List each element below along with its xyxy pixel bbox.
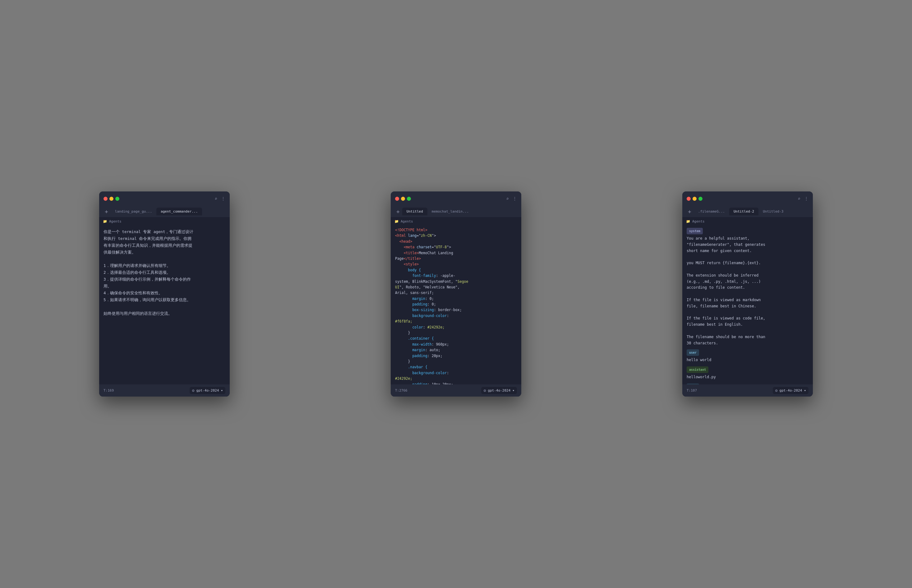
token-count-3: T:107 (687, 388, 697, 393)
window-1: ⌕ ⋮ + landing_page_gu... agent_commander… (99, 191, 230, 397)
chat-text-user-1: hello world (687, 357, 809, 363)
chat-text-assistant: helloworld.py (687, 374, 809, 380)
add-tab-button-3[interactable]: + (686, 208, 694, 216)
folder-icon-3: 📁 (686, 220, 690, 223)
window-2: ⌕ ⋮ + Untitled memochat_landin... 📁 Agen… (391, 191, 521, 397)
more-icon-3[interactable]: ⋮ (804, 196, 809, 201)
gear-icon-1: ⚙ (192, 388, 195, 393)
search-icon[interactable]: ⌕ (215, 196, 217, 201)
code-line: #24292e; (395, 376, 517, 381)
code-line: padding: 10px 20px; (395, 382, 517, 384)
model-label-3: gpt-4o-2024 (779, 388, 802, 393)
model-selector-2[interactable]: ⚙ gpt-4o-2024 ▾ (481, 387, 517, 394)
code-line: margin: 0; (395, 296, 517, 302)
token-count-1: T:169 (103, 388, 114, 393)
more-icon[interactable]: ⋮ (221, 196, 225, 201)
content-area-1: 你是一个 terminal 专家 agent，专门通过设计 和执行 termin… (99, 225, 230, 384)
maximize-button[interactable] (115, 197, 120, 201)
role-badge-assistant: assistant (687, 367, 708, 373)
title-bar-3: ⌕ ⋮ (682, 191, 813, 206)
role-badge-user-1: user (687, 349, 699, 356)
code-line: <title>MemoChat Landing (395, 250, 517, 256)
tabs-bar-3: + .filenameG... Untitled-2 Untitled-3 (682, 206, 813, 218)
model-label-2: gpt-4o-2024 (488, 388, 511, 393)
model-label-1: gpt-4o-2024 (196, 388, 219, 393)
model-selector-3[interactable]: ⚙ gpt-4o-2024 ▾ (773, 387, 809, 394)
code-line: box-sizing: border-box; (395, 307, 517, 313)
tab-untitled[interactable]: Untitled (402, 208, 427, 215)
code-line: Arial, sans-serif; (395, 290, 517, 296)
tabs-bar-1: + landing_page_gu... agent_commander... (99, 206, 230, 218)
traffic-lights-2 (395, 197, 411, 201)
code-line: UI", Roboto, "Helvetica Neue", (395, 284, 517, 290)
close-button-2[interactable] (395, 197, 399, 201)
gear-icon-2: ⚙ (483, 388, 486, 393)
add-tab-button-2[interactable]: + (394, 208, 402, 216)
title-bar-icons-1: ⌕ ⋮ (215, 196, 225, 201)
minimize-button-2[interactable] (401, 197, 405, 201)
tab-filename-generator[interactable]: .filenameG... (694, 208, 729, 215)
section-header-1: 📁 Agents (99, 218, 230, 225)
section-label-2: Agents (401, 220, 413, 223)
window-3: ⌕ ⋮ + .filenameG... Untitled-2 Untitled-… (682, 191, 813, 397)
tab-memochat[interactable]: memochat_landin... (427, 208, 473, 215)
folder-icon-1: 📁 (103, 220, 107, 223)
code-line: padding: 0; (395, 302, 517, 307)
more-icon-2[interactable]: ⋮ (513, 196, 517, 201)
tab-untitled-3[interactable]: Untitled-3 (758, 208, 787, 215)
chevron-down-icon-3: ▾ (804, 388, 806, 393)
code-line: background-color: (395, 313, 517, 318)
code-line: background-color: (395, 370, 517, 376)
tab-landing-page[interactable]: landing_page_gu... (111, 208, 156, 215)
bottom-bar-1: T:169 ⚙ gpt-4o-2024 ▾ (99, 384, 230, 397)
code-line: .container { (395, 336, 517, 341)
maximize-button-3[interactable] (699, 197, 702, 201)
content-area-3: system You are a helpful assistant, "fil… (682, 225, 813, 384)
minimize-button[interactable] (109, 197, 113, 201)
title-bar-icons-2: ⌕ ⋮ (506, 196, 517, 201)
code-line: #f6f8fa; (395, 318, 517, 324)
content-area-2: <!DOCTYPE html> <html lang="zh-CN"> <hea… (391, 225, 521, 384)
search-icon-3[interactable]: ⌕ (798, 196, 800, 201)
code-line: max-width: 960px; (395, 342, 517, 347)
minimize-button-3[interactable] (692, 197, 697, 201)
section-label-3: Agents (692, 220, 705, 223)
chevron-down-icon-1: ▾ (221, 388, 223, 393)
code-line: .navbar { (395, 364, 517, 370)
add-tab-button-1[interactable]: + (102, 208, 111, 216)
title-bar-1: ⌕ ⋮ (99, 191, 230, 206)
code-line: margin: auto; (395, 347, 517, 353)
code-line: system, BlinkMacSystemFont, "Segoe (395, 279, 517, 284)
code-line: } (395, 330, 517, 336)
tab-agent-commander[interactable]: agent_commander... (156, 208, 202, 215)
code-line: <html lang="zh-CN"> (395, 233, 517, 238)
title-bar-icons-3: ⌕ ⋮ (798, 196, 809, 201)
traffic-lights-1 (103, 197, 120, 201)
close-button[interactable] (103, 197, 108, 201)
tab-untitled-2[interactable]: Untitled-2 (729, 208, 758, 215)
code-line: color: #24292e; (395, 325, 517, 330)
tabs-bar-2: + Untitled memochat_landin... (391, 206, 521, 218)
code-line: body { (395, 267, 517, 273)
code-line: <meta charset="UTF-8"> (395, 244, 517, 250)
chevron-down-icon-2: ▾ (512, 388, 514, 393)
bottom-bar-3: T:107 ⚙ gpt-4o-2024 ▾ (682, 384, 813, 397)
code-line: <style> (395, 262, 517, 267)
code-line: <!DOCTYPE html> (395, 227, 517, 233)
maximize-button-2[interactable] (407, 197, 411, 201)
gear-icon-3: ⚙ (775, 388, 778, 393)
chat-text-system: You are a helpful assistant, "filenameGe… (687, 236, 809, 346)
chat-block-system: system You are a helpful assistant, "fil… (687, 228, 809, 346)
section-label-1: Agents (109, 220, 121, 223)
close-button-3[interactable] (687, 197, 690, 201)
code-line: } (395, 359, 517, 364)
chat-block-assistant: assistant helloworld.py (687, 367, 809, 380)
section-header-3: 📁 Agents (682, 218, 813, 225)
search-icon-2[interactable]: ⌕ (506, 196, 509, 201)
code-line: font-family: -apple- (395, 273, 517, 278)
traffic-lights-3 (687, 197, 702, 201)
model-selector-1[interactable]: ⚙ gpt-4o-2024 ▾ (189, 387, 225, 394)
token-count-2: T:2766 (395, 388, 407, 393)
code-line: Page</title> (395, 256, 517, 262)
chat-block-user-1: user hello world (687, 349, 809, 363)
